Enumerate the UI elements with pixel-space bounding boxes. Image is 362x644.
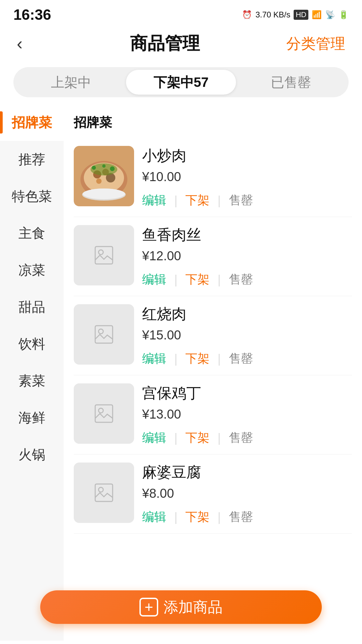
sold-button-p2[interactable]: 售罄	[229, 271, 253, 288]
offline-button-p2[interactable]: 下架	[185, 271, 209, 288]
product-info-p4: 宫保鸡丁 ¥13.00 编辑 | 下架 | 售罄	[134, 383, 352, 446]
product-item: 红烧肉 ¥15.00 编辑 | 下架 | 售罄	[74, 296, 352, 375]
edit-button-p3[interactable]: 编辑	[142, 351, 166, 367]
image-placeholder-icon	[94, 404, 114, 424]
svg-point-8	[92, 166, 96, 170]
tab-on-shelf[interactable]: 上架中	[16, 70, 126, 95]
add-product-button[interactable]: 添加商品	[40, 590, 322, 624]
add-product-label: 添加商品	[164, 597, 223, 617]
sidebar-item-recommend[interactable]: 推荐	[0, 141, 64, 178]
product-image-p1	[74, 146, 134, 206]
battery-icon: 🔋	[339, 10, 349, 19]
product-name-p3: 红烧肉	[142, 304, 352, 324]
sidebar: 招牌菜 推荐 特色菜 主食 凉菜 甜品 饮料 素菜 海鲜 火锅	[0, 104, 64, 641]
offline-button-p5[interactable]: 下架	[185, 509, 209, 525]
signal-icon: 📶	[312, 10, 322, 19]
svg-rect-16	[99, 329, 103, 334]
svg-rect-17	[95, 405, 113, 422]
product-image-p2	[74, 225, 134, 285]
product-actions-p3: 编辑 | 下架 | 售罄	[142, 351, 352, 367]
svg-point-10	[110, 166, 115, 171]
edit-button-p2[interactable]: 编辑	[142, 271, 166, 288]
product-actions-p4: 编辑 | 下架 | 售罄	[142, 430, 352, 446]
sidebar-item-drinks[interactable]: 饮料	[0, 325, 64, 362]
product-actions-p2: 编辑 | 下架 | 售罄	[142, 271, 352, 288]
svg-point-9	[102, 164, 106, 168]
status-bar: 16:36 ⏰ 3.70 KB/s HD 📶 📡 🔋	[0, 0, 362, 27]
offline-button-p3[interactable]: 下架	[185, 351, 209, 367]
sold-button-p1[interactable]: 售罄	[229, 192, 253, 209]
category-title: 招牌菜	[74, 104, 352, 138]
product-info-p1: 小炒肉 ¥10.00 编辑 | 下架 | 售罄	[134, 146, 352, 209]
svg-point-12	[83, 189, 125, 199]
sidebar-item-hotpot[interactable]: 火锅	[0, 436, 64, 473]
product-image-p3	[74, 304, 134, 365]
sidebar-item-seafood[interactable]: 海鲜	[0, 399, 64, 436]
product-price-p5: ¥8.00	[142, 486, 352, 501]
image-placeholder-icon	[94, 483, 114, 503]
product-actions-p5: 编辑 | 下架 | 售罄	[142, 509, 352, 525]
product-name-p5: 麻婆豆腐	[142, 463, 352, 482]
network-speed: 3.70 KB/s	[255, 10, 290, 19]
product-price-p1: ¥10.00	[142, 170, 352, 184]
product-item: 宫保鸡丁 ¥13.00 编辑 | 下架 | 售罄	[74, 375, 352, 454]
edit-button-p1[interactable]: 编辑	[142, 192, 166, 209]
action-divider: |	[218, 194, 221, 208]
svg-point-6	[96, 178, 102, 184]
image-placeholder-icon	[94, 324, 114, 344]
image-placeholder-icon	[94, 245, 114, 265]
svg-rect-18	[99, 408, 103, 413]
product-image-p4	[74, 383, 134, 444]
product-name-p2: 鱼香肉丝	[142, 225, 352, 245]
product-actions-p1: 编辑 | 下架 | 售罄	[142, 192, 352, 209]
category-management-button[interactable]: 分类管理	[286, 34, 345, 54]
edit-button-p5[interactable]: 编辑	[142, 509, 166, 525]
hd-badge: HD	[294, 10, 308, 20]
svg-rect-14	[99, 250, 103, 255]
wifi-icon: 📡	[325, 10, 335, 19]
product-list: 招牌菜	[64, 104, 362, 641]
product-name-p1: 小炒肉	[142, 146, 352, 166]
svg-rect-15	[95, 326, 113, 343]
sold-button-p5[interactable]: 售罄	[229, 509, 253, 525]
product-price-p4: ¥13.00	[142, 407, 352, 422]
back-button[interactable]: ‹	[17, 34, 44, 54]
edit-button-p4[interactable]: 编辑	[142, 430, 166, 446]
sidebar-item-signature[interactable]: 招牌菜	[0, 104, 64, 141]
product-item: 鱼香肉丝 ¥12.00 编辑 | 下架 | 售罄	[74, 217, 352, 296]
product-price-p2: ¥12.00	[142, 249, 352, 263]
status-time: 16:36	[13, 6, 51, 23]
add-icon	[139, 598, 158, 616]
product-name-p4: 宫保鸡丁	[142, 383, 352, 403]
tab-sold-out[interactable]: 已售罄	[236, 70, 346, 95]
sidebar-item-specialty[interactable]: 特色菜	[0, 178, 64, 215]
action-divider: |	[174, 194, 177, 208]
product-info-p2: 鱼香肉丝 ¥12.00 编辑 | 下架 | 售罄	[134, 225, 352, 288]
sidebar-item-dessert[interactable]: 甜品	[0, 288, 64, 325]
status-icons: ⏰ 3.70 KB/s HD 📶 📡 🔋	[242, 10, 349, 20]
product-price-p3: ¥15.00	[142, 328, 352, 342]
main-content: 招牌菜 推荐 特色菜 主食 凉菜 甜品 饮料 素菜 海鲜 火锅 招牌菜	[0, 104, 362, 641]
sidebar-item-veg[interactable]: 素菜	[0, 362, 64, 399]
offline-button-p1[interactable]: 下架	[185, 192, 209, 209]
product-item: 小炒肉 ¥10.00 编辑 | 下架 | 售罄	[74, 138, 352, 217]
alarm-icon: ⏰	[242, 10, 252, 19]
product-info-p3: 红烧肉 ¥15.00 编辑 | 下架 | 售罄	[134, 304, 352, 367]
svg-rect-13	[95, 247, 113, 264]
page-title: 商品管理	[130, 32, 200, 55]
header: ‹ 商品管理 分类管理	[0, 27, 362, 60]
svg-rect-20	[99, 487, 103, 492]
sold-button-p4[interactable]: 售罄	[229, 430, 253, 446]
product-image-p5	[74, 463, 134, 523]
product-item: 麻婆豆腐 ¥8.00 编辑 | 下架 | 售罄	[74, 454, 352, 534]
product-info-p5: 麻婆豆腐 ¥8.00 编辑 | 下架 | 售罄	[134, 463, 352, 525]
offline-button-p4[interactable]: 下架	[185, 430, 209, 446]
sold-button-p3[interactable]: 售罄	[229, 351, 253, 367]
sidebar-item-cold[interactable]: 凉菜	[0, 252, 64, 288]
tab-off-shelf[interactable]: 下架中57	[126, 70, 236, 95]
svg-rect-19	[95, 484, 113, 501]
tab-bar: 上架中 下架中57 已售罄	[13, 67, 349, 97]
sidebar-item-staple[interactable]: 主食	[0, 215, 64, 252]
